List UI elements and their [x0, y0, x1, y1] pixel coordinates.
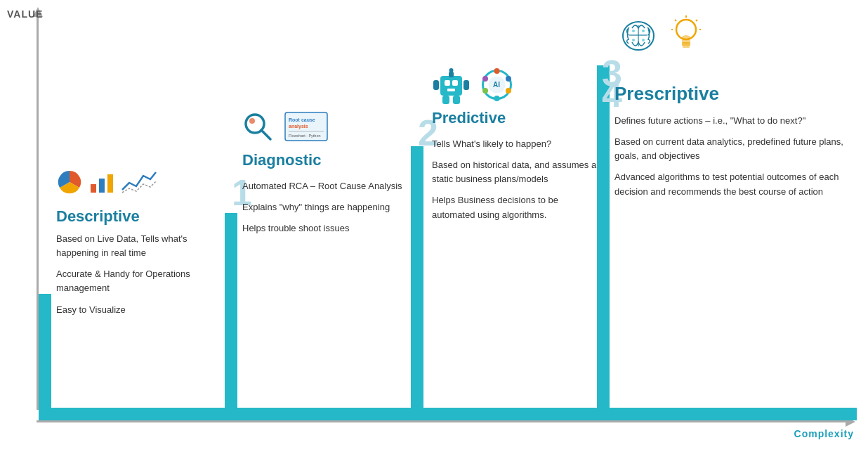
rca-book-icon: Root cause analysis Flowchart · Python — [282, 109, 331, 144]
bar-chart-icon — [88, 169, 115, 195]
card1-title: Descriptive — [56, 207, 140, 226]
svg-line-4 — [261, 130, 270, 139]
svg-rect-2 — [107, 174, 113, 193]
svg-text:AI: AI — [493, 81, 500, 89]
brain-icon — [618, 15, 659, 56]
robot-icon — [432, 62, 471, 108]
svg-point-34 — [642, 30, 645, 32]
step2-block-v — [225, 213, 237, 420]
line-chart-icon — [121, 169, 157, 195]
lightbulb-icon — [671, 15, 701, 56]
y-axis-label: VALUE — [7, 8, 43, 20]
step4-block-h — [597, 408, 857, 420]
svg-point-25 — [506, 88, 511, 93]
card1-body: Based on Live Data, Tells what's happeni… — [56, 232, 225, 324]
svg-rect-11 — [440, 76, 462, 96]
card3-body: Tells What's likely to happen? Based on … — [432, 137, 597, 229]
svg-rect-14 — [447, 89, 455, 91]
svg-rect-12 — [445, 80, 450, 86]
svg-rect-1 — [99, 179, 105, 193]
card4-icons — [618, 15, 701, 56]
svg-point-26 — [494, 96, 500, 101]
svg-point-27 — [482, 88, 488, 93]
step1-block-h — [39, 408, 225, 420]
svg-point-16 — [449, 68, 454, 72]
svg-rect-39 — [683, 46, 690, 48]
card2-body: Automated RCA – Root Cause Analysis Expl… — [242, 179, 407, 243]
svg-text:analysis: analysis — [289, 124, 308, 129]
step4-block-v — [597, 65, 610, 420]
step1-block-v — [39, 294, 51, 420]
pie-chart-icon — [56, 169, 83, 195]
svg-point-33 — [632, 30, 635, 32]
svg-rect-13 — [452, 80, 458, 86]
card2-icons: Root cause analysis Flowchart · Python — [242, 109, 331, 144]
svg-rect-15 — [449, 72, 454, 77]
card1-icons — [56, 169, 157, 195]
step2-block-h — [225, 408, 411, 420]
svg-point-23 — [494, 68, 500, 74]
magnifier-icon — [242, 111, 273, 142]
svg-point-5 — [249, 118, 255, 124]
step3-block-v — [411, 146, 423, 420]
svg-line-41 — [696, 20, 697, 21]
card3-icons: AI — [432, 62, 516, 108]
svg-rect-17 — [433, 80, 439, 90]
svg-point-36 — [642, 39, 645, 41]
card4-body: Defines future actions – i.e., "What to … — [614, 114, 853, 206]
svg-rect-20 — [453, 96, 460, 104]
card3-title: Predictive — [432, 109, 506, 127]
svg-point-28 — [482, 76, 488, 82]
svg-text:Flowchart · Python: Flowchart · Python — [289, 134, 321, 138]
svg-point-35 — [632, 39, 635, 41]
gear-analytics-icon: AI — [478, 65, 516, 104]
svg-rect-38 — [682, 42, 690, 46]
card4-title: Prescriptive — [614, 83, 719, 105]
chart-area: VALUE Complexity 1 — [0, 0, 868, 452]
svg-line-42 — [675, 20, 676, 21]
card2-title: Diagnostic — [242, 151, 321, 169]
svg-rect-18 — [463, 80, 469, 90]
x-axis-label: Complexity — [794, 428, 854, 439]
x-axis — [37, 420, 847, 422]
svg-text:Root cause: Root cause — [289, 117, 315, 122]
step3-block-h — [411, 408, 597, 420]
svg-rect-19 — [442, 96, 449, 104]
svg-rect-0 — [91, 184, 96, 193]
svg-point-24 — [506, 76, 511, 82]
